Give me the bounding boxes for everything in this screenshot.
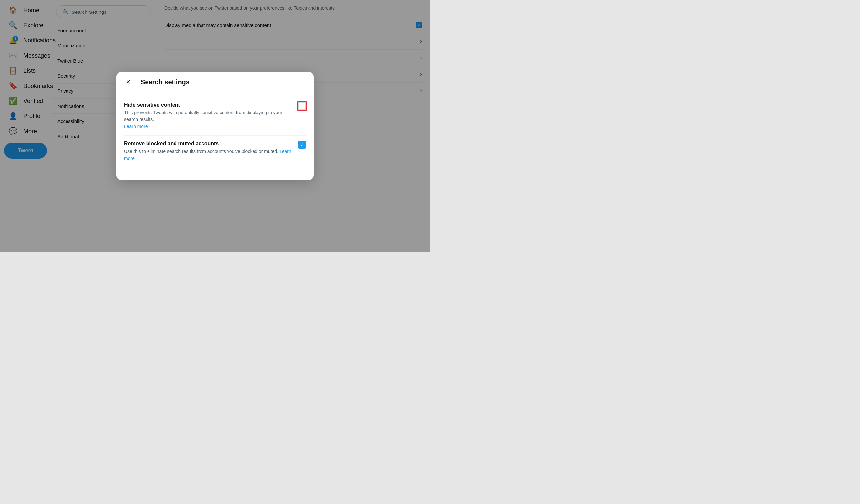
remove-blocked-checkbox[interactable]: ✓: [298, 141, 306, 149]
remove-blocked-desc: Use this to eliminate search results fro…: [124, 148, 293, 162]
remove-blocked-text: Remove blocked and muted accounts Use th…: [124, 141, 293, 162]
hide-sensitive-title: Hide sensitive content: [124, 102, 293, 108]
modal-overlay[interactable]: × Search settings Hide sensitive content…: [0, 0, 430, 252]
hide-sensitive-text: Hide sensitive content This prevents Twe…: [124, 102, 293, 130]
modal-section-hide-sensitive: Hide sensitive content This prevents Twe…: [124, 97, 306, 135]
modal-close-button[interactable]: ×: [123, 76, 134, 88]
modal-section-remove-blocked: Remove blocked and muted accounts Use th…: [124, 135, 306, 167]
modal-header: × Search settings: [116, 72, 314, 92]
hide-sensitive-checkbox[interactable]: [298, 102, 306, 110]
remove-blocked-header: Remove blocked and muted accounts Use th…: [124, 141, 306, 162]
search-settings-modal: × Search settings Hide sensitive content…: [116, 72, 314, 180]
hide-sensitive-desc: This prevents Tweets with potentially se…: [124, 109, 293, 130]
hide-sensitive-header: Hide sensitive content This prevents Twe…: [124, 102, 306, 130]
remove-blocked-title: Remove blocked and muted accounts: [124, 141, 293, 147]
hide-sensitive-learn-more[interactable]: Learn more: [124, 124, 148, 129]
modal-title: Search settings: [141, 78, 190, 86]
modal-body: Hide sensitive content This prevents Twe…: [116, 92, 314, 180]
